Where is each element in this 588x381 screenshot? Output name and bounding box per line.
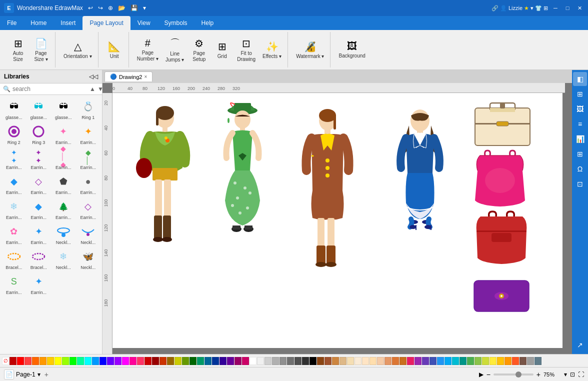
color-swatch[interactable] [32,357,39,365]
color-swatch[interactable] [130,357,136,365]
color-swatch[interactable] [384,357,392,365]
list-item[interactable]: Neckl... [52,222,76,246]
color-swatch[interactable] [407,357,414,365]
shapes-button[interactable]: ⊞ [573,87,587,101]
color-swatch[interactable] [92,357,99,365]
color-swatch[interactable] [392,357,399,365]
color-swatch[interactable] [527,357,534,365]
list-item[interactable]: S Earrin... [2,272,26,296]
ribbon-tab-symbols[interactable]: Symbols [158,16,194,30]
color-swatch[interactable] [234,357,242,365]
color-swatch[interactable] [220,357,226,365]
color-swatch[interactable] [414,357,422,365]
color-swatch[interactable] [280,357,286,365]
more-button[interactable]: ▾ [141,4,148,12]
color-swatch[interactable] [332,357,339,365]
color-swatch[interactable] [287,357,294,365]
color-swatch[interactable] [137,357,144,365]
color-swatch[interactable] [460,357,466,365]
list-item[interactable]: 🕶 glasse... [27,97,51,121]
color-swatch[interactable] [264,357,272,365]
list-item[interactable]: 🕶 glasse... [2,97,26,121]
color-swatch[interactable] [497,357,504,365]
zoom-thumb[interactable] [516,372,522,378]
color-swatch[interactable] [54,357,62,365]
color-swatch[interactable] [534,357,542,365]
color-swatch[interactable] [70,357,76,365]
orientation-button[interactable]: △ Orientation ▾ [60,33,95,67]
color-swatch[interactable] [272,357,279,365]
stacks-button[interactable]: ≡ [573,117,587,131]
symbol-button[interactable]: Ω [573,162,587,176]
chart-button[interactable]: 📊 [573,132,587,146]
color-swatch[interactable] [122,357,129,365]
line-jumps-button[interactable]: ⌒ LineJumps ▾ [162,33,187,67]
color-swatch[interactable] [444,357,452,365]
save-button[interactable]: 💾 [128,4,140,12]
fit-page-button[interactable]: ⊡ [570,371,575,378]
color-swatch[interactable] [294,357,302,365]
list-item[interactable]: 🌲 Earrin... [52,197,76,221]
color-swatch[interactable] [512,357,519,365]
watermark-button[interactable]: 🔏 Watermark ▾ [293,33,327,67]
color-swatch[interactable] [17,357,24,365]
color-swatch[interactable] [190,357,196,365]
color-swatch[interactable] [317,357,324,365]
close-button[interactable]: ✕ [575,4,584,12]
list-item[interactable]: 🦋 Neckl... [76,247,100,271]
canvas-tab-drawing2[interactable]: 🔵 Drawing2 × [104,72,152,82]
color-swatch[interactable] [24,357,32,365]
color-swatch[interactable] [152,357,159,365]
play-button[interactable]: ▶ [479,371,484,378]
list-item[interactable]: Neckl... [76,222,100,246]
list-item[interactable]: ❄ Neckl... [52,247,76,271]
add-page-button[interactable]: + [44,370,48,378]
fit-to-drawing-button[interactable]: ⊡ Fit toDrawing [234,33,258,67]
color-swatch[interactable] [310,357,316,365]
layers-button[interactable]: ◧ [573,72,587,86]
list-item[interactable]: Ring 2 [2,122,26,146]
page-dropdown[interactable]: ▾ [38,371,40,378]
user-area[interactable]: 🔗 👤 Lizzie ★ ▾ 👕 ⊞ [492,5,548,12]
ribbon-tab-page-layout[interactable]: Page Layout [82,16,130,30]
list-item[interactable]: ◆ Earrin... [2,172,26,196]
open-button[interactable]: 📂 [116,4,128,12]
table-button[interactable]: ⊞ [573,147,587,161]
list-item[interactable]: ✦ Earrin... [52,122,76,146]
list-item[interactable]: 💍 Ring 1 [76,97,100,121]
color-swatch[interactable] [182,357,189,365]
color-swatch[interactable] [370,357,376,365]
new-button[interactable]: ⊕ [106,4,115,12]
effects-button[interactable]: ✨ Effects ▾ [260,33,284,67]
color-swatch[interactable] [100,357,106,365]
color-swatch[interactable] [377,357,384,365]
color-swatch[interactable] [474,357,482,365]
color-swatch[interactable] [324,357,332,365]
color-swatch[interactable] [114,357,122,365]
list-item[interactable]: ✦ Earrin... [27,222,51,246]
color-swatch[interactable] [40,357,46,365]
list-item[interactable]: ◆ Earrin... [27,197,51,221]
fullscreen-button[interactable]: ⛶ [578,371,584,378]
color-swatch[interactable] [47,357,54,365]
color-swatch[interactable] [250,357,256,365]
list-item[interactable]: ◇ Earrin... [27,172,51,196]
user-chevron[interactable]: ▾ [530,5,534,12]
color-swatch[interactable] [347,357,354,365]
color-swatch[interactable] [437,357,444,365]
ribbon-tab-view[interactable]: View [130,16,158,30]
redo-button[interactable]: ↪ [96,4,105,12]
color-swatch[interactable] [84,357,92,365]
zoom-out-button[interactable]: − [486,370,490,378]
color-swatch[interactable] [354,357,362,365]
list-item[interactable]: Bracel... [2,247,26,271]
images-button[interactable]: 🖼 [573,102,587,116]
list-item[interactable] [76,272,100,296]
collapse-icon[interactable]: ◁◁ [89,73,98,80]
color-swatch[interactable] [10,357,16,365]
color-swatch[interactable] [212,357,219,365]
maximize-button[interactable]: □ [563,4,572,12]
list-item[interactable]: ❄ Earrin... [2,197,26,221]
list-item[interactable]: ◇ Earrin... [76,197,100,221]
color-swatch[interactable] [174,357,182,365]
